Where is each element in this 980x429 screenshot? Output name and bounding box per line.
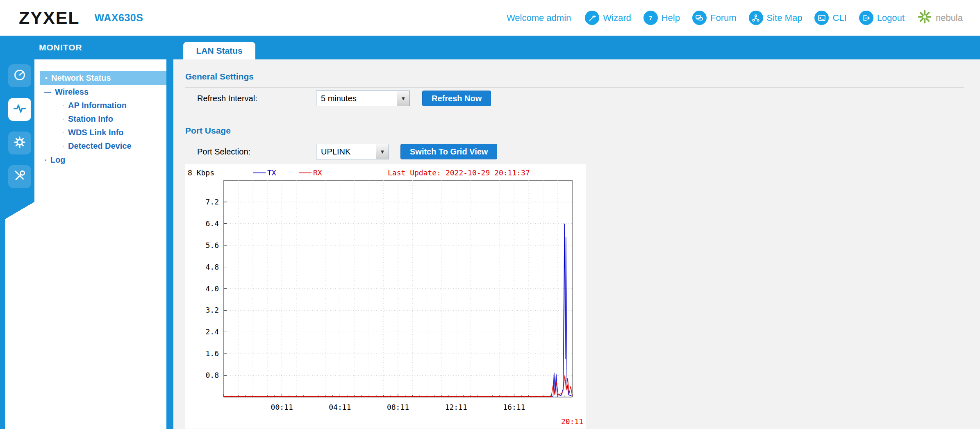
sidebar-item-wds-link-info[interactable]: ·WDS Link Info [34,126,166,139]
y-tick-label: 4.8 [205,263,219,271]
port-selection-select[interactable]: UPLINK ▼ [316,144,389,159]
bullet-icon: · [44,157,47,163]
port-usage-chart: 7.26.45.64.84.03.22.41.60.800:1104:1108:… [185,164,586,429]
svg-text:?: ? [649,15,652,21]
title-bar: MONITOR LAN Status [0,36,980,59]
left-frame-strip [0,59,5,429]
header-link-help[interactable]: ?Help [643,11,680,25]
app-header: ZYXEL WAX630S Welcome admin Wizard?HelpF… [0,0,980,36]
x-tick-label: 08:11 [387,403,409,411]
sidebar-item-detected-device[interactable]: ·Detected Device [34,139,166,153]
header-link-label: Site Map [767,13,803,23]
header-link-cli[interactable]: CLI [814,11,846,25]
y-axis-unit-label: 8 Kbps [188,168,214,177]
header-link-wizard[interactable]: Wizard [585,11,631,25]
y-tick-label: 0.8 [205,371,219,379]
general-settings-heading: General Settings [185,72,254,82]
section-divider [185,87,964,88]
refresh-interval-value: 5 minutes [316,91,397,106]
forum-icon [692,11,707,25]
rail-fold [5,202,34,219]
port-usage-heading: Port Usage [185,126,231,136]
legend-label-tx: TX [267,168,276,177]
sidebar-item-label: Network Status [51,73,111,83]
wizard-icon [585,11,599,25]
device-model: WAX630S [95,12,143,24]
rail-maintenance-button[interactable] [8,165,31,188]
x-tick-label: 12:11 [445,403,467,411]
rail-monitor-button[interactable] [8,98,31,121]
header-link-forum[interactable]: Forum [692,11,737,25]
sidebar-item-network-status[interactable]: •Network Status [40,71,166,85]
rail-configuration-button[interactable] [8,132,31,154]
icon-rail [5,59,34,202]
configuration-icon [13,135,27,151]
sidebar-divider [166,59,173,429]
sidebar-item-label: Station Info [68,114,113,124]
header-right: Welcome admin Wizard?HelpForumSite MapCL… [507,9,963,27]
bullet-icon: · [62,129,64,136]
y-tick-label: 7.2 [205,197,219,206]
refresh-interval-label: Refresh Interval: [197,91,257,106]
x-tick-label: 04:11 [329,403,351,411]
port-selection-value: UPLINK [316,144,376,159]
header-links: Wizard?HelpForumSite MapCLILogout [585,11,917,25]
header-link-label: Forum [710,13,737,23]
y-tick-label: 2.4 [205,327,219,336]
rail-dashboard-button[interactable] [8,64,31,87]
x-tick-label: 16:11 [503,403,525,411]
y-tick-label: 1.6 [205,349,219,358]
page: ZYXEL WAX630S Welcome admin Wizard?HelpF… [0,0,980,429]
tab-lan-status[interactable]: LAN Status [183,42,255,59]
bullet-icon: · [62,102,64,109]
help-icon: ? [643,11,658,25]
header-link-site-map[interactable]: Site Map [749,11,803,25]
monitor-title: MONITOR [39,36,82,59]
chevron-down-icon[interactable]: ▼ [397,91,409,106]
dashboard-icon [13,68,27,84]
y-tick-label: 3.2 [205,306,219,314]
nebula-label: nebula [936,13,963,23]
y-tick-label: 5.6 [205,241,219,250]
port-selection-label: Port Selection: [197,144,250,159]
main-content: General Settings Refresh Interval: 5 min… [173,59,980,429]
x-end-label: 20:11 [561,417,583,426]
nav-tree: •Network Status—Wireless·AP Information·… [34,59,166,429]
monitor-icon [12,101,27,118]
bullet-icon: · [62,116,64,122]
sidebar-item-label: WDS Link Info [68,128,124,137]
section-divider [185,140,964,140]
sidebar-item-station-info[interactable]: ·Station Info [34,112,166,126]
refresh-now-button[interactable]: Refresh Now [422,91,491,106]
sidebar-item-label: AP Information [68,101,127,110]
switch-grid-view-button[interactable]: Switch To Grid View [400,144,497,159]
header-link-label: Wizard [603,13,631,23]
welcome-text: Welcome admin [507,13,571,23]
traffic-chart-svg: 7.26.45.64.84.03.22.41.60.800:1104:1108:… [185,164,586,429]
sitemap-icon [749,11,763,25]
sidebar-item-ap-information[interactable]: ·AP Information [34,99,166,112]
zyxel-logo: ZYXEL [19,8,80,28]
sidebar-item-wireless[interactable]: —Wireless [34,85,166,99]
collapse-icon: — [44,89,51,95]
sidebar-item-log[interactable]: ·Log [34,153,166,167]
header-link-logout[interactable]: Logout [859,11,905,25]
bullet-icon: • [45,75,48,82]
chevron-down-icon[interactable]: ▼ [376,144,389,159]
y-tick-label: 6.4 [205,219,219,228]
bullet-icon: · [62,143,64,149]
nebula-icon [917,9,932,27]
logout-icon [859,11,873,25]
sidebar-item-label: Log [50,155,66,165]
sidebar-item-label: Detected Device [68,141,132,151]
maintenance-icon [13,169,27,184]
nebula-link[interactable]: nebula [917,9,963,27]
header-link-label: Help [662,13,680,23]
header-link-label: Logout [877,13,905,23]
last-update-label: Last Update: 2022-10-29 20:11:37 [388,168,530,177]
y-tick-label: 4.0 [205,284,219,293]
refresh-interval-select[interactable]: 5 minutes ▼ [316,91,410,106]
header-link-label: CLI [832,13,846,23]
sidebar-item-label: Wireless [55,87,89,97]
x-tick-label: 00:11 [271,403,293,411]
